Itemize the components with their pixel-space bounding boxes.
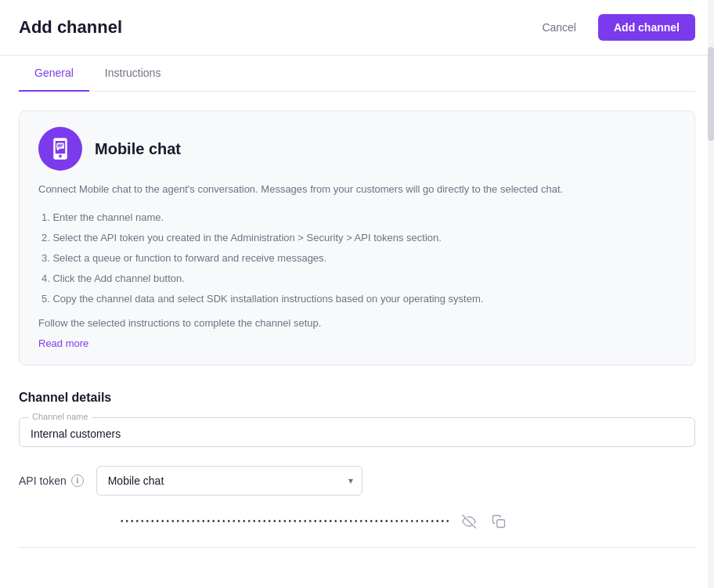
copy-icon [492, 514, 506, 528]
eye-off-icon [462, 514, 476, 528]
read-more-link[interactable]: Read more [38, 337, 88, 349]
step-1: 1. Enter the channel name. [41, 207, 676, 228]
step-4: 4. Click the Add channel button. [41, 269, 676, 289]
header-actions: Cancel Add channel [529, 14, 695, 41]
scrollbar-thumb[interactable] [708, 47, 714, 141]
page-title: Add channel [19, 17, 122, 38]
channel-name-input[interactable] [31, 424, 683, 440]
step-3: 3. Select a queue or function to forward… [41, 248, 676, 269]
channel-icon [38, 127, 82, 171]
tabs-bar: General Instructions [19, 56, 695, 92]
info-card-header: Mobile chat [38, 127, 676, 171]
scrollbar-track [708, 0, 714, 588]
cancel-button[interactable]: Cancel [529, 15, 589, 40]
mobile-chat-icon [49, 137, 72, 161]
svg-rect-2 [497, 520, 505, 528]
channel-title: Mobile chat [95, 140, 181, 158]
channel-name-input-wrapper: Channel name [19, 417, 695, 447]
api-token-label: API token ℹ [19, 474, 84, 487]
toggle-visibility-button[interactable] [459, 511, 479, 532]
step-5: 5. Copy the channel data and select SDK … [41, 289, 676, 309]
copy-button[interactable] [489, 511, 509, 532]
main-content: General Instructions Mobile chat [0, 56, 714, 567]
api-token-value: ••••••••••••••••••••••••••••••••••••••••… [121, 517, 449, 525]
channel-name-label: Channel name [29, 412, 92, 421]
page-wrapper: Add channel Cancel Add channel General I… [0, 0, 714, 588]
api-token-row: API token ℹ Mobile chat ▾ [19, 466, 695, 496]
header: Add channel Cancel Add channel [0, 0, 714, 56]
api-token-info-icon[interactable]: ℹ [71, 474, 84, 487]
channel-details-title: Channel details [19, 391, 695, 405]
tab-general[interactable]: General [19, 56, 89, 92]
tab-instructions[interactable]: Instructions [89, 56, 177, 92]
info-description: Connect Mobile chat to the agent's conve… [38, 182, 676, 198]
follow-instructions-text: Follow the selected instructions to comp… [38, 317, 676, 329]
bottom-divider [19, 547, 695, 548]
step-2: 2. Select the API token you created in t… [41, 228, 676, 248]
password-row: ••••••••••••••••••••••••••••••••••••••••… [19, 511, 695, 532]
api-token-select[interactable]: Mobile chat [96, 466, 362, 496]
channel-details-section: Channel details Channel name API token ℹ… [19, 391, 695, 532]
info-card: Mobile chat Connect Mobile chat to the a… [19, 110, 695, 366]
api-token-select-wrapper: Mobile chat ▾ [96, 466, 362, 496]
channel-name-field: Channel name [19, 417, 695, 447]
info-steps: 1. Enter the channel name. 2. Select the… [38, 207, 676, 309]
add-channel-button[interactable]: Add channel [598, 14, 695, 41]
